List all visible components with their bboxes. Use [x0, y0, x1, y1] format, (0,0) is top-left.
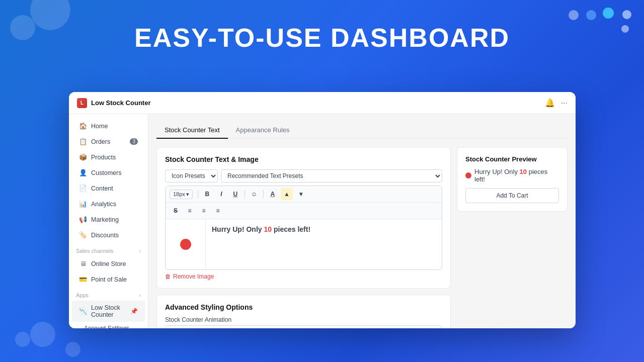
page-title: EASY-TO-USE DASHBOARD	[0, 0, 644, 63]
sales-channels-section: Sales channels ›	[69, 243, 148, 256]
bg-circle-8	[603, 8, 614, 19]
bg-circle-5	[65, 342, 80, 357]
preview-dot	[465, 172, 471, 178]
main-content: Stock Counter Text Appearance Rules Stoc…	[148, 114, 576, 328]
font-size-chevron: ▾	[186, 191, 189, 198]
marketing-icon: 📢	[79, 216, 87, 223]
preview-prefix: Hurry Up! Only	[474, 168, 520, 175]
preview-title: Stock Counter Preview	[465, 155, 559, 163]
sidebar-item-customers[interactable]: 👤 Customers	[72, 165, 145, 180]
apps-section: Apps ›	[69, 287, 148, 300]
sidebar-label-customers: Customers	[91, 169, 121, 176]
sidebar-item-orders[interactable]: 📋 Orders 3	[72, 134, 145, 149]
sidebar-item-low-stock-counter[interactable]: 📉 Low Stock Counter 📌	[72, 301, 145, 322]
products-icon: 📦	[79, 153, 87, 161]
align-right-button[interactable]: ≡	[212, 205, 224, 217]
sidebar-label-analytics: Analytics	[91, 201, 116, 208]
alignment-toolbar: S ≡ ≡ ≡	[166, 203, 442, 219]
preview-counter: Hurry Up! Only 10 pieces left!	[465, 168, 559, 183]
sidebar-label-marketing: Marketing	[91, 216, 119, 223]
sidebar-item-marketing[interactable]: 📢 Marketing	[72, 212, 145, 227]
sidebar-label-orders: Orders	[91, 138, 110, 145]
content-icon: 📄	[79, 185, 87, 192]
font-color-button[interactable]: A	[267, 188, 279, 200]
add-to-cart-button[interactable]: Add To Cart	[465, 188, 559, 203]
font-size-selector[interactable]: 18px ▾	[170, 190, 193, 199]
sales-channels-label: Sales channels	[76, 248, 114, 254]
orders-icon: 📋	[79, 138, 87, 145]
tabs: Stock Counter Text Appearance Rules	[156, 122, 568, 139]
editor-text-suffix: pieces left!	[272, 225, 310, 233]
bg-circle-6	[569, 10, 579, 20]
recommended-text-presets-select[interactable]: Recommended Text Presets	[221, 169, 442, 183]
online-store-icon: 🖥	[79, 260, 87, 267]
italic-button[interactable]: I	[215, 188, 227, 200]
sidebar-subitem-account-settings[interactable]: Account Settings	[69, 322, 148, 328]
sidebar-label-discounts: Discounts	[91, 232, 119, 239]
orders-badge: 3	[130, 138, 138, 145]
remove-image-link[interactable]: 🗑 Remove Image	[165, 273, 442, 280]
low-stock-counter-icon: 📉	[79, 308, 87, 315]
bg-circle-3	[15, 332, 30, 347]
editor-toolbar: 18px ▾ B I U ☺ A ▲	[166, 186, 442, 203]
tab-appearance-rules[interactable]: Appearance Rules	[228, 122, 298, 139]
apps-chevron: ›	[139, 293, 141, 298]
window-titlebar: L Low Stock Counter 🔔 ···	[69, 92, 576, 114]
sidebar-item-content[interactable]: 📄 Content	[72, 181, 145, 196]
bg-circle-2	[10, 15, 35, 40]
sidebar-label-content: Content	[91, 185, 113, 192]
sidebar-label-low-stock-counter: Low Stock Counter	[91, 304, 126, 318]
sidebar-item-home[interactable]: 🏠 Home	[72, 119, 145, 133]
advanced-styling-card: Advanced Styling Options Stock Counter A…	[156, 295, 451, 328]
toolbar-separator-3	[263, 190, 264, 198]
align-left-button[interactable]: ≡	[184, 205, 196, 217]
sidebar-label-online-store: Online Store	[91, 260, 126, 267]
app-name: Low Stock Counter	[91, 99, 545, 107]
apps-label: Apps	[76, 292, 89, 298]
editor-image-area	[166, 219, 206, 269]
analytics-icon: 📊	[79, 200, 87, 208]
strikethrough-button[interactable]: S	[170, 205, 182, 217]
toolbar-separator-2	[245, 190, 245, 198]
bold-button[interactable]: B	[201, 188, 213, 200]
sidebar-item-products[interactable]: 📦 Products	[72, 150, 145, 164]
bg-circle-4	[30, 322, 55, 347]
tab-stock-counter-text[interactable]: Stock Counter Text	[156, 122, 228, 139]
font-size-value: 18px	[173, 191, 185, 197]
editor-text-highlight: 10	[264, 225, 272, 233]
editor-text-prefix: Hurry Up! Only	[212, 225, 264, 233]
emoji-button[interactable]: ☺	[248, 188, 260, 200]
sidebar-label-products: Products	[91, 154, 116, 161]
bg-circle-10	[621, 25, 629, 33]
sidebar-item-discounts[interactable]: 🏷️ Discounts	[72, 228, 145, 242]
sidebar: 🏠 Home 📋 Orders 3 📦 Products 👤 Customers…	[69, 114, 148, 328]
preview-text: Hurry Up! Only 10 pieces left!	[474, 168, 559, 183]
notification-icon[interactable]: 🔔	[545, 98, 555, 108]
underline-button[interactable]: U	[229, 188, 242, 200]
sidebar-item-online-store[interactable]: 🖥 Online Store	[72, 256, 145, 271]
advanced-styling-title: Advanced Styling Options	[165, 303, 442, 311]
sidebar-item-point-of-sale[interactable]: 💳 Point of Sale	[72, 272, 145, 287]
two-column-layout: Stock Counter Text & Image Icon Presets …	[156, 147, 568, 328]
app-icon: L	[77, 98, 87, 108]
preset-selects-row: Icon Presets Recommended Text Presets	[165, 169, 442, 183]
highlight-arrow[interactable]: ▾	[295, 188, 307, 200]
sidebar-label-home: Home	[91, 123, 108, 130]
preview-highlight: 10	[520, 168, 527, 175]
sidebar-label-point-of-sale: Point of Sale	[91, 276, 127, 283]
editor-icon-dot	[180, 239, 191, 250]
align-center-button[interactable]: ≡	[198, 205, 210, 217]
home-icon: 🏠	[79, 122, 87, 130]
editor-card: Stock Counter Text & Image Icon Presets …	[156, 147, 451, 289]
animation-label: Stock Counter Animation	[165, 316, 442, 323]
animation-select[interactable]: Shaking Stock Counter	[165, 325, 442, 328]
editor-text-area[interactable]: Hurry Up! Only 10 pieces left!	[206, 219, 442, 269]
window-icons: 🔔 ···	[545, 98, 568, 108]
icon-presets-select[interactable]: Icon Presets	[165, 169, 218, 183]
sidebar-item-analytics[interactable]: 📊 Analytics	[72, 197, 145, 211]
highlight-button[interactable]: ▲	[281, 188, 293, 200]
app-window: L Low Stock Counter 🔔 ··· 🏠 Home 📋 Order…	[69, 92, 576, 328]
pin-icon: 📌	[130, 308, 138, 315]
preview-card: Stock Counter Preview Hurry Up! Only 10 …	[457, 147, 568, 212]
more-icon[interactable]: ···	[561, 99, 568, 108]
